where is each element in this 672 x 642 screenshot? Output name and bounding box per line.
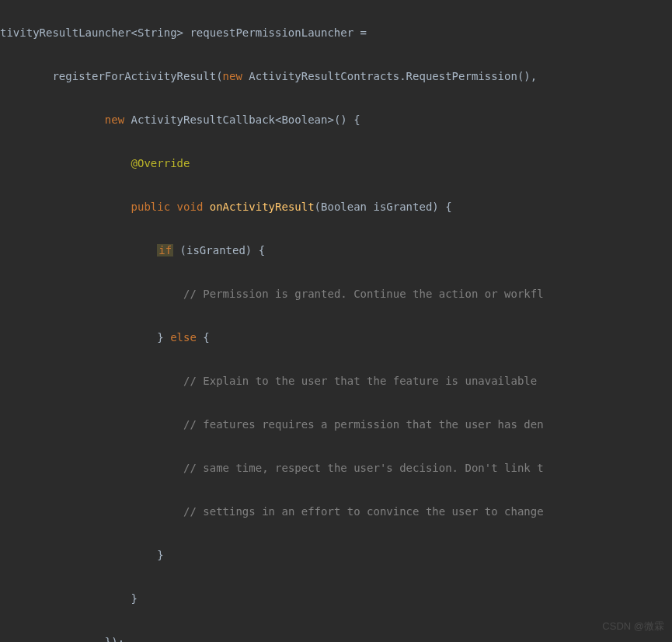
code-line: // Explain to the user that the feature … (0, 370, 672, 392)
code-line: new ActivityResultCallback<Boolean>() { (0, 109, 672, 131)
code-line: // features requires a permission that t… (0, 413, 672, 435)
method-name: onActivityResult (210, 201, 315, 213)
comment: // Permission is granted. Continue the a… (183, 288, 544, 300)
comment: // settings in an effort to convince the… (183, 505, 544, 518)
code-text (0, 505, 183, 518)
comment: // features requires a permission that t… (183, 418, 544, 431)
code-text: } (0, 331, 170, 344)
code-line: } else { (0, 326, 672, 348)
code-line: } (0, 544, 672, 566)
code-text (0, 375, 183, 387)
code-text: ActivityResultCallback<Boolean>() { (124, 113, 360, 126)
code-line: // same time, respect the user's decisio… (0, 457, 672, 479)
code-text: { (197, 331, 210, 344)
keyword-if-highlighted: if (157, 244, 173, 256)
code-line: // settings in an effort to convince the… (0, 501, 672, 522)
code-text: tivityResultLauncher<String> requestPerm… (0, 26, 367, 39)
code-text (0, 113, 105, 126)
code-text: } (0, 592, 138, 605)
code-editor[interactable]: tivityResultLauncher<String> requestPerm… (0, 0, 672, 642)
code-text: } (0, 549, 164, 561)
code-text (0, 288, 183, 300)
code-text (0, 244, 157, 256)
code-text: (isGranted) { (173, 244, 265, 256)
code-line: }); (0, 631, 672, 642)
code-text: ActivityResultContracts.RequestPermissio… (242, 70, 537, 82)
space (203, 201, 209, 213)
comment: // same time, respect the user's decisio… (183, 462, 544, 474)
code-text (0, 462, 183, 474)
keyword-void: void (177, 201, 204, 213)
keyword-new: new (105, 113, 124, 126)
code-text (0, 201, 131, 213)
code-text: registerForActivityResult( (0, 70, 223, 82)
code-text (0, 157, 131, 169)
code-line: @Override (0, 152, 672, 174)
code-line: tivityResultLauncher<String> requestPerm… (0, 22, 672, 44)
keyword-new: new (223, 70, 242, 82)
code-line: public void onActivityResult(Boolean isG… (0, 196, 672, 218)
watermark: CSDN @微霖 (602, 616, 664, 637)
comment: // Explain to the user that the feature … (183, 375, 544, 387)
code-line: if (isGranted) { (0, 239, 672, 261)
code-text: }); (0, 636, 124, 642)
code-text: (Boolean isGranted) { (315, 201, 452, 213)
space (170, 201, 176, 213)
annotation-override: @Override (131, 157, 190, 169)
code-text (0, 418, 183, 431)
keyword-public: public (131, 201, 171, 213)
keyword-else: else (170, 331, 197, 344)
code-line: registerForActivityResult(new ActivityRe… (0, 65, 672, 87)
code-line: // Permission is granted. Continue the a… (0, 283, 672, 305)
code-line: } (0, 588, 672, 609)
